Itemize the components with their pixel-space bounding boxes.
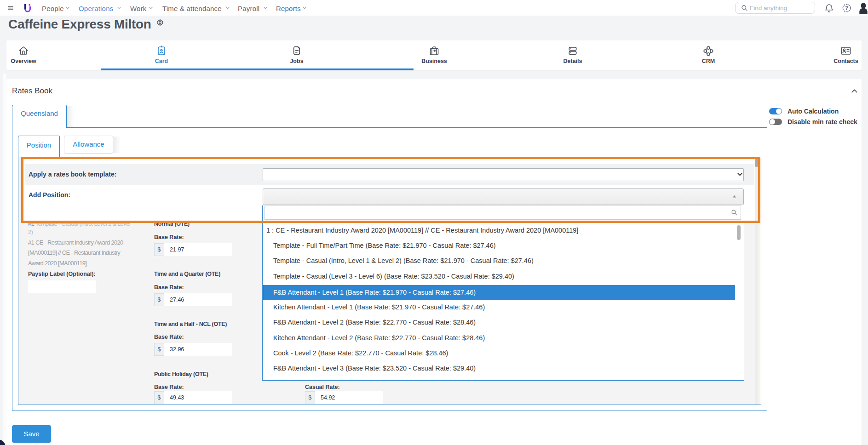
svg-text:?: ? xyxy=(845,5,848,11)
